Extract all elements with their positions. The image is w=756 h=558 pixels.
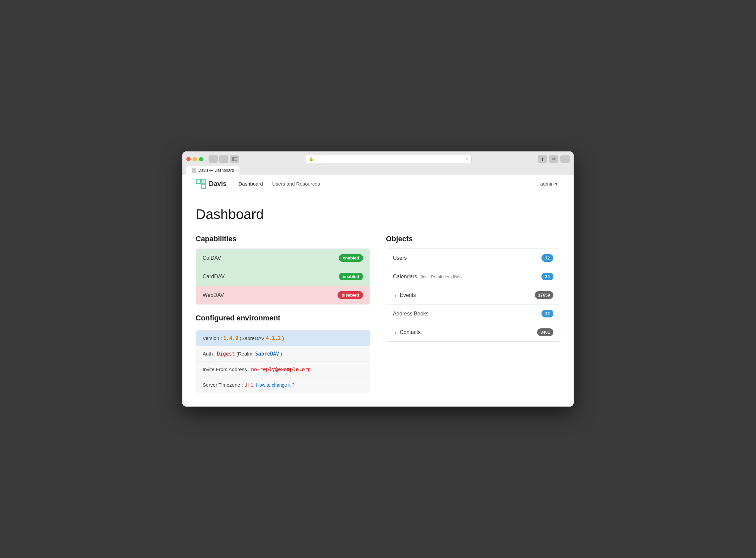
app-nav-links: Dashboard Users and Resources (235, 179, 537, 188)
env-auth-suffix: ) (281, 351, 282, 357)
sidebar-toggle-button[interactable] (230, 155, 239, 163)
env-version-value: 1.4.9 (223, 335, 238, 341)
refresh-icon[interactable]: ↻ (465, 157, 468, 161)
nav-dashboard[interactable]: Dashboard (235, 179, 267, 188)
chevron-down-icon: ▾ (555, 181, 558, 187)
back-button[interactable]: ‹ (209, 155, 218, 163)
env-invite-row: Invite From Address : no-reply@example.o… (196, 361, 370, 377)
browser-chrome: ‹ › 🔒 ↻ ⬆ (182, 151, 574, 175)
env-timezone-link[interactable]: How to change it ? (256, 382, 294, 388)
env-auth-value: Digest (217, 351, 235, 357)
browser-window: ‹ › 🔒 ↻ ⬆ (182, 151, 574, 407)
object-row-users[interactable]: Users 12 (386, 249, 560, 268)
capabilities-title: Capabilities (196, 235, 370, 243)
capability-caldav: CalDAV enabled (196, 249, 370, 267)
capability-webdav: WebDAV disabled (196, 286, 370, 304)
events-arrow-icon: ↳ (393, 293, 397, 298)
env-timezone-label: Server Timezone : (202, 382, 244, 388)
maximize-button[interactable] (199, 157, 203, 161)
capability-caldav-name: CalDAV (202, 255, 221, 261)
share-button[interactable]: ⬆ (538, 155, 547, 163)
object-row-events[interactable]: ↳ Events 17659 (386, 286, 560, 305)
calendars-sub: (incl. Reminders lists) (420, 274, 462, 279)
app-logo[interactable]: Davis (196, 179, 226, 189)
env-sabredav-version: 4.1.2 (266, 335, 281, 341)
browser-top-bar: ‹ › 🔒 ↻ ⬆ (186, 155, 570, 163)
left-column: Capabilities CalDAV enabled CardDAV enab… (196, 235, 370, 393)
env-version-suffix: ) (282, 335, 284, 341)
object-row-addressbooks[interactable]: Address Books 12 (386, 305, 560, 323)
page-title: Dashboard (196, 206, 560, 222)
browser-tab[interactable]: Davis — Dashboard (186, 166, 239, 175)
addressbooks-count-badge: 12 (541, 310, 554, 318)
svg-rect-3 (235, 160, 237, 161)
webdav-status-badge: disabled (338, 291, 363, 299)
env-realm-value: SabreDAV (255, 351, 279, 357)
app-nav-right: admin ▾ (537, 180, 560, 188)
environment-box: Version : 1.4.9 (SabreDAV 4.1.2 ) Auth :… (196, 330, 370, 393)
calendars-count-badge: 24 (541, 273, 554, 280)
object-row-contacts[interactable]: ↳ Contacts 3481 (386, 323, 560, 341)
minimize-button[interactable] (193, 157, 197, 161)
users-count-badge: 12 (541, 254, 554, 262)
object-users-name: Users (393, 255, 407, 261)
address-bar[interactable]: 🔒 ↻ (306, 155, 471, 163)
admin-menu[interactable]: admin ▾ (537, 180, 560, 188)
admin-label: admin (540, 181, 554, 186)
main-content: Dashboard Capabilities CalDAV enabled Ca… (182, 193, 574, 406)
svg-rect-0 (232, 157, 234, 161)
env-timezone-row: Server Timezone : UTC How to change it ? (196, 377, 370, 392)
capabilities-table: CalDAV enabled CardDAV enabled WebDAV di… (196, 249, 370, 305)
env-invite-value: no-reply@example.org (251, 366, 311, 373)
capability-carddav: CardDAV enabled (196, 267, 370, 286)
forward-button[interactable]: › (219, 155, 228, 163)
right-column: Objects Users 12 Calendars (386, 235, 560, 393)
object-contacts-name: ↳ Contacts (393, 329, 421, 335)
env-auth-row: Auth : Digest (Realm: SabreDAV ) (196, 346, 370, 361)
tab-title: Davis — Dashboard (198, 168, 234, 173)
tab-bar: Davis — Dashboard (186, 166, 570, 175)
env-version-middle: (SabreDAV (240, 335, 266, 341)
objects-table: Users 12 Calendars (incl. Reminders list… (386, 249, 560, 341)
title-divider (196, 224, 560, 224)
svg-rect-5 (201, 184, 205, 188)
logo-text: Davis (209, 180, 226, 187)
dashboard-grid: Capabilities CalDAV enabled CardDAV enab… (196, 235, 560, 393)
env-timezone-value: UTC (244, 382, 253, 388)
object-row-calendars[interactable]: Calendars (incl. Reminders lists) 24 (386, 268, 560, 286)
capability-webdav-name: WebDAV (202, 292, 224, 298)
env-auth-label: Auth : (202, 351, 217, 357)
env-auth-middle: (Realm: (237, 351, 255, 357)
environment-title: Configured environment (196, 314, 370, 323)
address-bar-container: 🔒 ↻ (242, 155, 535, 163)
tabs-button[interactable]: ⧉ (549, 155, 558, 163)
svg-rect-1 (235, 157, 237, 158)
app-content: Davis Dashboard Users and Resources admi… (182, 175, 574, 407)
object-events-name: ↳ Events (393, 292, 416, 298)
env-version-row: Version : 1.4.9 (SabreDAV 4.1.2 ) (196, 331, 370, 346)
svg-rect-6 (201, 179, 205, 183)
tab-favicon (192, 168, 196, 173)
env-version-label: Version : (202, 335, 223, 341)
close-button[interactable] (186, 157, 191, 161)
app-nav: Davis Dashboard Users and Resources admi… (182, 175, 574, 193)
events-count-badge: 17659 (535, 291, 554, 299)
logo-icon (196, 179, 206, 189)
caldav-status-badge: enabled (339, 254, 363, 262)
svg-rect-4 (196, 179, 201, 183)
carddav-status-badge: enabled (339, 273, 363, 280)
nav-users-resources[interactable]: Users and Resources (268, 179, 324, 188)
objects-title: Objects (386, 235, 560, 243)
contacts-arrow-icon: ↳ (393, 330, 397, 335)
svg-rect-2 (235, 159, 237, 159)
contacts-count-badge: 3481 (537, 328, 554, 336)
shield-icon: 🔒 (309, 157, 314, 161)
object-calendars-name: Calendars (incl. Reminders lists) (393, 274, 462, 280)
capability-carddav-name: CardDAV (202, 274, 224, 280)
env-invite-label: Invite From Address : (202, 366, 251, 372)
nav-buttons: ‹ › (209, 155, 239, 163)
traffic-lights (186, 157, 203, 161)
new-tab-button[interactable]: + (560, 155, 570, 163)
object-addressbooks-name: Address Books (393, 311, 429, 317)
browser-actions: ⬆ ⧉ + (538, 155, 570, 163)
